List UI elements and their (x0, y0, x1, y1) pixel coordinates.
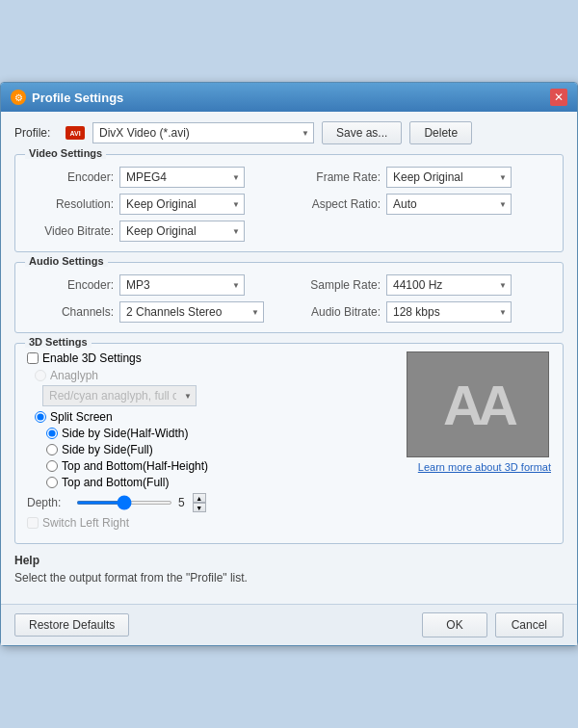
help-text: Select the output format from the "Profi… (14, 571, 564, 585)
audio-bitrate-select-wrapper: 128 kbps (386, 301, 512, 323)
avi-icon: AVI (66, 126, 85, 140)
anaglyph-select-wrapper: Red/cyan anaglyph, full color (42, 385, 197, 406)
save-as-button[interactable]: Save as... (322, 121, 402, 144)
profile-row: Profile: AVI DivX Video (*.avi) Save as.… (14, 121, 564, 144)
three-d-settings-title: 3D Settings (25, 336, 92, 348)
audio-encoder-label: Encoder: (27, 278, 114, 292)
top-bottom-full-row: Top and Bottom(Full) (46, 476, 397, 489)
three-d-right: AA Learn more about 3D format (407, 351, 551, 533)
resolution-select[interactable]: Keep Original (119, 194, 245, 215)
depth-up-button[interactable]: ▲ (193, 493, 206, 503)
delete-button[interactable]: Delete (409, 121, 472, 144)
cancel-button[interactable]: Cancel (495, 612, 564, 637)
title-bar: ⚙ Profile Settings ✕ (1, 83, 577, 112)
three-d-settings-section: 3D Settings Enable 3D Settings Anaglyph (14, 343, 564, 544)
video-settings-title: Video Settings (25, 147, 106, 159)
depth-down-button[interactable]: ▼ (193, 503, 206, 512)
video-bitrate-select-wrapper: Keep Original (119, 221, 245, 242)
depth-slider[interactable] (76, 501, 172, 505)
audio-encoder-select-wrapper: MP3 (119, 274, 245, 296)
dialog-footer: Restore Defaults OK Cancel (1, 604, 577, 645)
enable-3d-label: Enable 3D Settings (42, 351, 142, 365)
video-bitrate-label: Video Bitrate: (27, 224, 114, 238)
top-bottom-full-radio[interactable] (46, 477, 58, 488)
three-d-left: Enable 3D Settings Anaglyph Red/cyan ana… (27, 351, 397, 533)
sample-rate-select[interactable]: 44100 Hz (386, 274, 512, 296)
depth-spinner: ▲ ▼ (193, 493, 206, 512)
aspect-ratio-field: Aspect Ratio: Auto (294, 194, 551, 215)
channels-select[interactable]: 2 Channels Stereo (119, 301, 264, 323)
side-by-side-full-radio[interactable] (46, 444, 58, 455)
three-d-content: Enable 3D Settings Anaglyph Red/cyan ana… (27, 351, 551, 533)
sample-rate-select-wrapper: 44100 Hz (386, 274, 512, 296)
profile-select-area: AVI DivX Video (*.avi) (66, 122, 314, 143)
anaglyph-radio-row: Anaglyph (35, 369, 397, 382)
frame-rate-select-wrapper: Keep Original (386, 167, 512, 188)
side-by-side-full-row: Side by Side(Full) (46, 443, 397, 456)
depth-row: Depth: 5 ▲ ▼ (27, 493, 397, 512)
switch-lr-label: Switch Left Right (42, 516, 129, 530)
switch-lr-checkbox[interactable] (27, 517, 39, 529)
dialog-title: Profile Settings (32, 91, 123, 105)
sample-rate-field: Sample Rate: 44100 Hz (294, 274, 551, 296)
enable-3d-checkbox[interactable] (27, 352, 39, 364)
profile-select[interactable]: DivX Video (*.avi) (92, 122, 314, 143)
encoder-label: Encoder: (27, 170, 114, 184)
dialog-body: Profile: AVI DivX Video (*.avi) Save as.… (1, 112, 577, 604)
audio-encoder-select[interactable]: MP3 (119, 274, 245, 296)
aspect-ratio-select-wrapper: Auto (386, 194, 512, 215)
title-bar-left: ⚙ Profile Settings (11, 90, 123, 105)
side-by-side-full-label: Side by Side(Full) (62, 443, 153, 456)
restore-defaults-button[interactable]: Restore Defaults (14, 613, 129, 637)
audio-settings-grid: Encoder: MP3 Sample Rate: 44100 Hz (27, 274, 551, 323)
frame-rate-select[interactable]: Keep Original (386, 167, 512, 188)
resolution-select-wrapper: Keep Original (119, 194, 245, 215)
top-bottom-half-radio[interactable] (46, 460, 58, 472)
aa-preview: AA (407, 351, 549, 457)
learn-more-link[interactable]: Learn more about 3D format (407, 461, 551, 473)
profile-settings-dialog: ⚙ Profile Settings ✕ Profile: AVI DivX V… (0, 82, 578, 646)
aa-preview-text: AA (443, 373, 512, 437)
video-settings-section: Video Settings Encoder: MPEG4 Frame Rate… (14, 154, 564, 252)
dialog-icon: ⚙ (11, 90, 26, 105)
aspect-ratio-select[interactable]: Auto (386, 194, 512, 215)
switch-lr-row: Switch Left Right (27, 516, 397, 530)
top-bottom-half-row: Top and Bottom(Half-Height) (46, 459, 397, 473)
audio-settings-section: Audio Settings Encoder: MP3 Sample Rate:… (14, 262, 564, 333)
audio-bitrate-field: Audio Bitrate: 128 kbps (294, 301, 551, 323)
resolution-field: Resolution: Keep Original (27, 194, 284, 215)
channels-select-wrapper: 2 Channels Stereo (119, 301, 264, 323)
help-section: Help Select the output format from the "… (14, 554, 564, 585)
anaglyph-label: Anaglyph (50, 369, 98, 382)
video-bitrate-field: Video Bitrate: Keep Original (27, 221, 551, 242)
audio-settings-title: Audio Settings (25, 255, 108, 267)
split-screen-radio[interactable] (35, 411, 46, 423)
audio-bitrate-select[interactable]: 128 kbps (386, 301, 512, 323)
video-settings-grid: Encoder: MPEG4 Frame Rate: Keep Original (27, 167, 551, 215)
depth-value: 5 (178, 496, 185, 509)
side-by-side-half-row: Side by Side(Half-Width) (46, 427, 397, 440)
aspect-ratio-label: Aspect Ratio: (294, 197, 381, 211)
side-by-side-half-label: Side by Side(Half-Width) (62, 427, 188, 440)
split-screen-label: Split Screen (50, 410, 113, 424)
close-button[interactable]: ✕ (550, 89, 567, 106)
help-title: Help (14, 554, 564, 567)
audio-bitrate-label: Audio Bitrate: (294, 305, 381, 319)
anaglyph-select[interactable]: Red/cyan anaglyph, full color (42, 385, 197, 406)
profile-select-wrapper: DivX Video (*.avi) (92, 122, 314, 143)
anaglyph-select-row: Red/cyan anaglyph, full color (42, 385, 397, 406)
footer-right: OK Cancel (422, 612, 564, 637)
channels-field: Channels: 2 Channels Stereo (27, 301, 284, 323)
audio-encoder-field: Encoder: MP3 (27, 274, 284, 296)
sample-rate-label: Sample Rate: (294, 278, 381, 292)
side-by-side-half-radio[interactable] (46, 428, 58, 439)
encoder-field: Encoder: MPEG4 (27, 167, 284, 188)
video-bitrate-select[interactable]: Keep Original (119, 221, 245, 242)
encoder-select-wrapper: MPEG4 (119, 167, 245, 188)
ok-button[interactable]: OK (422, 612, 486, 637)
frame-rate-label: Frame Rate: (294, 170, 381, 184)
resolution-label: Resolution: (27, 197, 114, 211)
top-bottom-full-label: Top and Bottom(Full) (62, 476, 169, 489)
anaglyph-radio[interactable] (35, 370, 46, 381)
encoder-select[interactable]: MPEG4 (119, 167, 245, 188)
